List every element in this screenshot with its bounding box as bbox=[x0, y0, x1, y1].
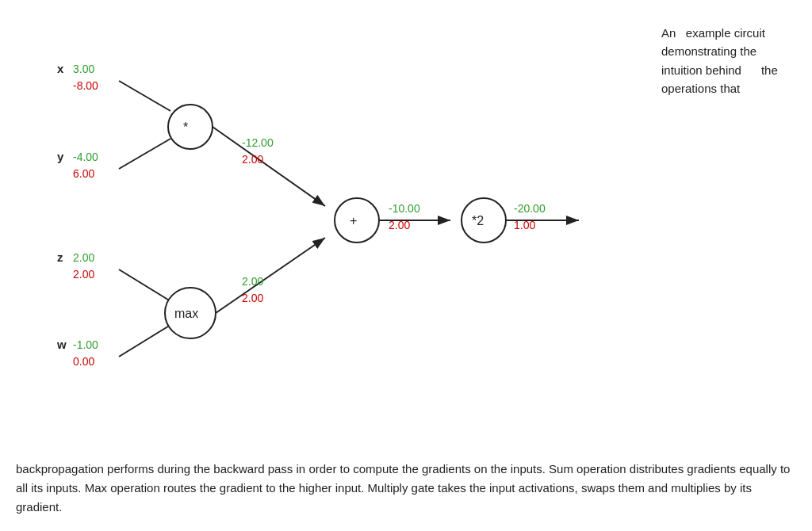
svg-line-8 bbox=[216, 238, 325, 313]
plus-out-value: -10.00 bbox=[389, 202, 420, 215]
plus-out-grad: 2.00 bbox=[389, 219, 410, 231]
y-value: -4.00 bbox=[73, 151, 98, 163]
mult-out-grad: 2.00 bbox=[242, 153, 263, 166]
z-label: z bbox=[57, 250, 63, 264]
main-container: text { font-family: Arial, sans-serif; f… bbox=[16, 16, 796, 517]
w-grad: 0.00 bbox=[73, 355, 94, 368]
svg-line-2 bbox=[119, 139, 170, 169]
max-out-grad: 2.00 bbox=[242, 292, 263, 304]
y-grad: 6.00 bbox=[73, 167, 94, 180]
z-grad: 2.00 bbox=[73, 268, 94, 281]
z-value: 2.00 bbox=[73, 251, 94, 264]
svg-point-3 bbox=[168, 105, 213, 149]
mult-gate-label: * bbox=[183, 120, 188, 134]
x-grad: -8.00 bbox=[73, 79, 98, 92]
svg-line-6 bbox=[119, 325, 170, 357]
x-value: 3.00 bbox=[73, 63, 94, 75]
svg-line-5 bbox=[119, 269, 170, 301]
w-label: w bbox=[56, 338, 67, 351]
times2-gate-label: *2 bbox=[472, 214, 484, 227]
plus-gate-label: + bbox=[350, 214, 357, 227]
times2-out-grad: 1.00 bbox=[514, 219, 535, 231]
top-section: text { font-family: Arial, sans-serif; f… bbox=[16, 16, 796, 428]
max-gate-label: max bbox=[174, 307, 198, 320]
times2-out-value: -20.00 bbox=[514, 202, 546, 215]
w-value: -1.00 bbox=[73, 338, 98, 351]
bottom-paragraph: backpropagation performs during the back… bbox=[16, 462, 790, 514]
max-out-value: 2.00 bbox=[242, 275, 263, 288]
x-label: x bbox=[57, 62, 64, 75]
y-label: y bbox=[57, 150, 64, 163]
mult-out-value: -12.00 bbox=[242, 136, 274, 149]
circuit-area: text { font-family: Arial, sans-serif; f… bbox=[16, 16, 645, 428]
description-area: An example circuit demonstrating the int… bbox=[645, 16, 796, 428]
bottom-text: backpropagation performs during the back… bbox=[16, 452, 796, 517]
svg-line-1 bbox=[119, 81, 170, 111]
description-text: An example circuit demonstrating the int… bbox=[661, 24, 796, 97]
